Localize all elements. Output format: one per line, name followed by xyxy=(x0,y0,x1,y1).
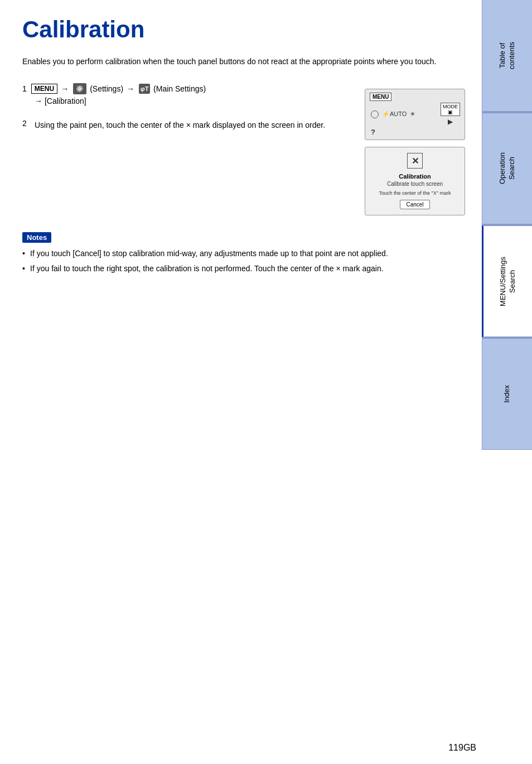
sidebar-tab-label: MENU/SettingsSearch xyxy=(499,257,518,306)
main-settings-label: (Main Settings) xyxy=(153,84,206,93)
calibration-link: → [Calibration] xyxy=(35,97,348,105)
svg-text:φ: φ xyxy=(141,85,145,92)
cam-mode-box: MODE▣ xyxy=(441,103,460,116)
calibrate-subtitle: Calibrate touch screen xyxy=(372,181,458,187)
calibrate-cancel-button[interactable]: Cancel xyxy=(400,200,429,209)
sidebar-tab-index[interactable]: Index xyxy=(482,338,532,450)
sidebar-tab-menu-settings-search[interactable]: MENU/SettingsSearch xyxy=(482,225,532,337)
cam-question-icon: ? xyxy=(371,128,375,136)
camera-bottom-panel: ✕ Calibration Calibrate touch screen Tou… xyxy=(365,147,465,215)
list-item: If you fail to touch the right spot, the… xyxy=(22,262,476,275)
sidebar-tab-label: Table ofcontents xyxy=(498,42,517,69)
calibrate-x-icon: ✕ xyxy=(407,153,423,169)
steps-left: 1 MENU → (Settings) → xyxy=(22,83,348,131)
notes-section: Notes If you touch [Cancel] to stop cali… xyxy=(22,232,476,275)
list-item: If you touch [Cancel] to stop calibratio… xyxy=(22,247,476,260)
notes-list: If you touch [Cancel] to stop calibratio… xyxy=(22,247,476,275)
right-sidebar: Table ofcontents OperationSearch MENU/Se… xyxy=(482,0,532,764)
calibrate-instruction: Touch the center of the "X" mark xyxy=(372,190,458,196)
notes-badge: Notes xyxy=(22,232,51,243)
settings-icon xyxy=(73,83,86,94)
cam-icon-row: ⚡AUTO ☀ MODE▣ ▶ xyxy=(370,103,460,126)
settings-label: (Settings) xyxy=(90,84,123,93)
sidebar-tab-table-of-contents[interactable]: Table ofcontents xyxy=(482,0,532,112)
cam-question-row: ? xyxy=(370,127,460,136)
main-settings-icon: φ T xyxy=(139,84,150,94)
steps-area: 1 MENU → (Settings) → xyxy=(22,83,476,215)
step-2-number: 2 xyxy=(22,119,31,128)
sidebar-tab-label: Index xyxy=(502,385,512,403)
page-number: 119GB xyxy=(448,743,476,753)
sidebar-tab-operation-search[interactable]: OperationSearch xyxy=(482,113,532,224)
cam-circle-icon xyxy=(371,110,379,118)
camera-ui: MENU ⚡AUTO ☀ MODE▣ ▶ ? ✕ Calib xyxy=(365,89,476,215)
page-title: Calibration xyxy=(22,17,476,42)
arrow-2: → xyxy=(127,84,134,93)
step-1-number: 1 xyxy=(22,84,27,93)
step-1: 1 MENU → (Settings) → xyxy=(22,83,348,105)
camera-top-panel: MENU ⚡AUTO ☀ MODE▣ ▶ ? xyxy=(365,89,465,140)
cam-play-icon: ▶ xyxy=(448,118,453,126)
step-2: 2 Using the paint pen, touch the center … xyxy=(22,119,348,131)
cam-lightning-icon: ⚡AUTO xyxy=(382,110,407,118)
cam-sun-icon: ☀ xyxy=(410,110,415,118)
intro-text: Enables you to perform calibration when … xyxy=(22,56,476,68)
arrow-1: → xyxy=(61,84,69,93)
svg-text:T: T xyxy=(145,85,149,92)
step-2-text: Using the paint pen, touch the center of… xyxy=(35,119,325,131)
calibrate-title: Calibration xyxy=(372,173,458,180)
sidebar-tab-label: OperationSearch xyxy=(498,152,517,184)
menu-key: MENU xyxy=(31,84,57,94)
cam-menu-box: MENU xyxy=(370,93,391,101)
cam-menu-row: MENU xyxy=(370,93,460,101)
